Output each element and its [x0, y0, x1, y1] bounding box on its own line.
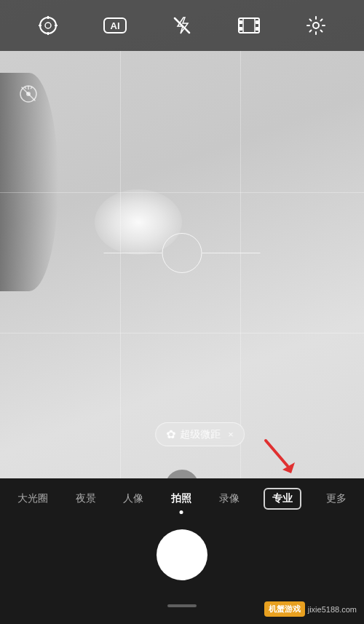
mode-label: 人像 — [123, 492, 143, 504]
mode-label: 专业 — [272, 492, 293, 504]
svg-rect-11 — [239, 27, 242, 31]
hdr-icon[interactable] — [33, 11, 63, 40]
svg-point-0 — [40, 17, 56, 33]
svg-rect-12 — [256, 20, 259, 24]
watermark: 机蟹游戏 jixie5188.com — [264, 601, 357, 617]
mode-label: 录像 — [219, 492, 240, 504]
ai-icon[interactable]: AI — [100, 11, 130, 40]
mode-tabs: 大光圈 夜景 人像 拍照 录像 专业 更多 — [0, 478, 364, 518]
focus-reticle[interactable] — [104, 233, 261, 273]
macro-close-button[interactable]: × — [228, 429, 234, 440]
mode-label: 拍照 — [171, 492, 191, 504]
svg-point-1 — [45, 23, 51, 28]
macro-label: 超级微距 — [180, 428, 221, 441]
red-arrow-indicator — [255, 430, 306, 481]
timer-off-icon[interactable] — [18, 84, 39, 108]
grid-line-h1 — [0, 192, 364, 193]
svg-rect-9 — [239, 18, 259, 33]
focus-line-left — [104, 253, 162, 253]
settings-icon[interactable] — [301, 11, 331, 40]
active-mode-dot — [179, 510, 183, 514]
mode-tab-large-aperture[interactable]: 大光圈 — [15, 486, 51, 511]
svg-line-23 — [266, 441, 288, 466]
macro-flower-icon: ✿ — [166, 427, 175, 441]
shutter-row — [0, 518, 364, 591]
shutter-button[interactable] — [157, 529, 207, 580]
mode-label: 大光圈 — [17, 492, 48, 504]
svg-rect-13 — [256, 27, 259, 31]
svg-text:AI: AI — [111, 20, 120, 31]
focus-line-right — [202, 253, 261, 253]
focus-circle — [162, 233, 202, 273]
mode-tab-video[interactable]: 录像 — [216, 486, 242, 511]
svg-point-16 — [313, 23, 319, 28]
mode-tab-pro[interactable]: 专业 — [264, 488, 301, 510]
mode-tab-photo[interactable]: 拍照 — [168, 486, 194, 511]
watermark-site: jixie5188.com — [308, 605, 357, 614]
svg-rect-10 — [239, 20, 242, 24]
svg-line-20 — [31, 87, 32, 90]
mode-label: 更多 — [326, 492, 347, 504]
mode-tab-portrait[interactable]: 人像 — [120, 486, 146, 511]
film-icon[interactable] — [234, 11, 264, 40]
flash-off-icon[interactable] — [167, 11, 197, 40]
mode-tab-more[interactable]: 更多 — [323, 486, 349, 511]
mode-tab-night[interactable]: 夜景 — [73, 486, 99, 511]
top-toolbar: AI — [0, 0, 364, 51]
svg-line-19 — [25, 87, 26, 90]
bottom-handle-bar — [167, 604, 197, 607]
watermark-logo: 机蟹游戏 — [264, 601, 305, 617]
mode-label: 夜景 — [76, 492, 96, 504]
macro-badge[interactable]: ✿ 超级微距 × — [155, 422, 245, 446]
grid-line-h2 — [0, 333, 364, 333]
